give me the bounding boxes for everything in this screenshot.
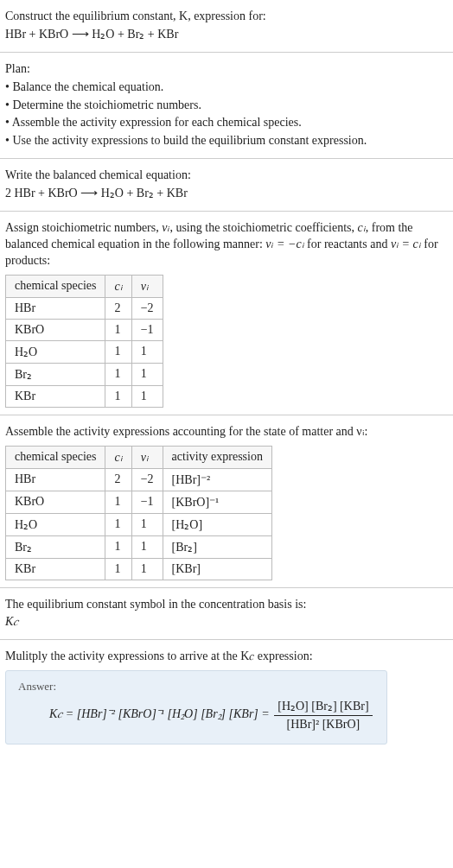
stoich-text: , using the stoichiometric coefficients,: [169, 221, 357, 234]
cell-activity: [HBr]⁻²: [163, 468, 271, 491]
cell-ci: 1: [105, 363, 131, 385]
kc-lhs: K𝑐 = [HBr]⁻² [KBrO]⁻¹ [H₂O] [Br₂] [KBr] …: [49, 707, 270, 720]
rule-reactants: νᵢ = −cᵢ: [265, 238, 303, 250]
cell-activity: [KBr]: [163, 558, 271, 580]
unbalanced-equation: HBr + KBrO ⟶ H₂O + Br₂ + KBr: [5, 27, 448, 43]
kc-basis-text: The equilibrium constant symbol in the c…: [5, 597, 448, 613]
multiply-intro: Mulitply the activity expressions to arr…: [5, 649, 448, 665]
col-species: chemical species: [6, 446, 105, 468]
cell-species: HBr: [6, 468, 105, 491]
table-row: KBrO 1 −1 [KBrO]⁻¹: [6, 491, 272, 513]
col-nui: νᵢ: [131, 446, 163, 468]
cell-nui: −2: [131, 297, 163, 319]
table-header-row: chemical species cᵢ νᵢ: [6, 275, 163, 297]
cell-species: KBr: [6, 558, 105, 580]
rule-products: νᵢ = cᵢ: [391, 238, 421, 250]
stoich-intro: Assign stoichiometric numbers, νᵢ, using…: [5, 220, 448, 269]
cell-nui: 1: [131, 363, 163, 385]
col-ci: cᵢ: [105, 446, 131, 468]
cell-ci: 2: [105, 297, 131, 319]
cell-species: KBrO: [6, 491, 105, 513]
cell-species: Br₂: [6, 363, 105, 385]
plan-item: • Balance the chemical equation.: [5, 79, 448, 96]
cell-ci: 1: [105, 513, 131, 535]
answer-expression: K𝑐 = [HBr]⁻² [KBrO]⁻¹ [H₂O] [Br₂] [KBr] …: [18, 699, 374, 732]
table-header-row: chemical species cᵢ νᵢ activity expressi…: [6, 446, 272, 468]
cell-nui: −1: [131, 319, 163, 340]
table-row: H₂O 1 1: [6, 340, 163, 363]
cell-nui: 1: [131, 513, 163, 535]
answer-label: Answer:: [18, 680, 374, 694]
prompt-line: Construct the equilibrium constant, K, e…: [5, 9, 448, 25]
table-row: Br₂ 1 1 [Br₂]: [6, 535, 272, 558]
prompt-text: Construct the equilibrium constant, K, e…: [5, 10, 266, 22]
cell-nui: 1: [131, 385, 163, 407]
cell-species: Br₂: [6, 535, 105, 558]
table-row: HBr 2 −2: [6, 297, 163, 319]
balanced-section: Write the balanced chemical equation: 2 …: [0, 159, 453, 212]
cell-ci: 1: [105, 535, 131, 558]
activity-section: Assemble the activity expressions accoun…: [0, 415, 453, 588]
table-row: Br₂ 1 1: [6, 363, 163, 385]
cell-ci: 1: [105, 558, 131, 580]
answer-box: Answer: K𝑐 = [HBr]⁻² [KBrO]⁻¹ [H₂O] [Br₂…: [5, 670, 387, 744]
cell-species: HBr: [6, 297, 105, 319]
cell-nui: −1: [131, 491, 163, 513]
cell-ci: 1: [105, 340, 131, 363]
balanced-equation: 2 HBr + KBrO ⟶ H₂O + Br₂ + KBr: [5, 186, 448, 202]
kc-symbol: K𝑐: [5, 614, 448, 630]
cell-ci: 1: [105, 385, 131, 407]
cell-nui: 1: [131, 558, 163, 580]
table-row: H₂O 1 1 [H₂O]: [6, 513, 272, 535]
cell-nui: 1: [131, 535, 163, 558]
table-row: KBrO 1 −1: [6, 319, 163, 340]
table-row: HBr 2 −2 [HBr]⁻²: [6, 468, 272, 491]
plan-item: • Use the activity expressions to build …: [5, 133, 448, 149]
cell-activity: [H₂O]: [163, 513, 271, 535]
answer-section: Mulitply the activity expressions to arr…: [0, 640, 453, 751]
prompt-section: Construct the equilibrium constant, K, e…: [0, 0, 453, 53]
stoich-section: Assign stoichiometric numbers, νᵢ, using…: [0, 212, 453, 415]
cell-nui: 1: [131, 340, 163, 363]
fraction-numerator: [H₂O] [Br₂] [KBr]: [274, 699, 372, 716]
plan-item: • Determine the stoichiometric numbers.: [5, 98, 448, 114]
table-row: KBr 1 1: [6, 385, 163, 407]
kc-basis-section: The equilibrium constant symbol in the c…: [0, 588, 453, 641]
stoich-table: chemical species cᵢ νᵢ HBr 2 −2 KBrO 1 −…: [5, 275, 163, 408]
plan-title: Plan:: [5, 61, 448, 78]
col-species: chemical species: [6, 275, 105, 297]
stoich-text: Assign stoichiometric numbers,: [5, 221, 162, 234]
cell-ci: 2: [105, 468, 131, 491]
fraction-denominator: [HBr]² [KBrO]: [274, 716, 372, 732]
balanced-title: Write the balanced chemical equation:: [5, 168, 448, 184]
kc-fraction: [H₂O] [Br₂] [KBr] [HBr]² [KBrO]: [274, 699, 372, 732]
col-activity: activity expression: [163, 446, 271, 468]
c-i-symbol: cᵢ: [358, 221, 366, 234]
cell-ci: 1: [105, 491, 131, 513]
activity-table: chemical species cᵢ νᵢ activity expressi…: [5, 446, 272, 580]
cell-ci: 1: [105, 319, 131, 340]
stoich-text: for reactants and: [304, 238, 391, 250]
plan-section: Plan: • Balance the chemical equation. •…: [0, 53, 453, 159]
cell-species: H₂O: [6, 340, 105, 363]
cell-species: KBr: [6, 385, 105, 407]
table-row: KBr 1 1 [KBr]: [6, 558, 272, 580]
cell-activity: [KBrO]⁻¹: [163, 491, 271, 513]
plan-item: • Assemble the activity expression for e…: [5, 115, 448, 131]
cell-nui: −2: [131, 468, 163, 491]
col-nui: νᵢ: [131, 275, 163, 297]
cell-activity: [Br₂]: [163, 535, 271, 558]
cell-species: H₂O: [6, 513, 105, 535]
activity-intro: Assemble the activity expressions accoun…: [5, 424, 448, 440]
col-ci: cᵢ: [105, 275, 131, 297]
cell-species: KBrO: [6, 319, 105, 340]
